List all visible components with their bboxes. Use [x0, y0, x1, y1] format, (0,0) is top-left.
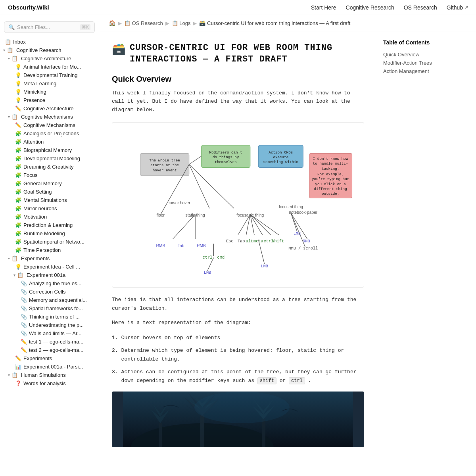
item-icon: 🧩 [15, 247, 21, 253]
item-label: Goal Setting [23, 189, 52, 195]
svg-text:you're typing but: you're typing but [312, 177, 349, 181]
item-label: Words for analysis [23, 380, 66, 386]
item-label: Mirror neurons [23, 205, 57, 211]
section-quick-overview-body: This week I finally focused on the comma… [112, 89, 364, 114]
sidebar-item-cognitive-mechanisms-doc[interactable]: ✏️Cognitive Mechanisms [0, 121, 99, 129]
nav-start-here[interactable]: Start Here [311, 4, 336, 11]
svg-line-22 [189, 156, 202, 164]
item-icon: 🧩 [15, 147, 21, 153]
sidebar-item-walls-and-limits[interactable]: 📎Walls and limits — Ar... [0, 329, 99, 338]
group-label: Experiments [21, 255, 50, 261]
toc-action-management[interactable]: Action Management [383, 67, 450, 75]
sidebar-group-cognitive-mechanisms-group[interactable]: ▾📋Cognitive Mechanisms [0, 113, 99, 121]
sidebar-item-experiment-idea-cell[interactable]: 💡Experiment Idea - Cell ... [0, 263, 99, 271]
group-label: Experiment 001a [27, 272, 65, 278]
external-link-icon: ↗ [464, 5, 468, 10]
toggle-arrow: ▾ [3, 48, 5, 52]
sidebar-item-animal-interface[interactable]: 💡Animal Interface for Mo... [0, 63, 99, 71]
sidebar-item-presence[interactable]: 💡Presence [0, 96, 99, 104]
sidebar-tree: 📋Inbox▾📋Cognitive Research▾📋Cognitive Ar… [0, 38, 99, 388]
main-area: 🏠 ▶ 📋 OS Research ▶ 📋 Logs ▶ 🗃️ Cursor-c… [99, 15, 476, 476]
svg-rect-64 [159, 423, 162, 447]
sidebar-item-spatiotemporal[interactable]: 🧩Spatiotemporal or Netwo... [0, 238, 99, 246]
sidebar-item-cognitive-architecture-doc[interactable]: ✏️Cognitive Architecture [0, 104, 99, 113]
svg-text:LMB: LMB [261, 264, 268, 269]
svg-line-41 [250, 214, 279, 234]
item-label: Walls and limits — Ar... [29, 330, 81, 336]
item-label: Focus [23, 172, 37, 178]
sidebar-item-goal-setting[interactable]: 🧩Goal Setting [0, 188, 99, 196]
toggle-arrow: ▾ [13, 273, 15, 277]
group-label: Cognitive Architecture [21, 56, 71, 61]
svg-line-57 [258, 240, 264, 264]
sidebar-group-experiments-group[interactable]: ▾📋Experiments [0, 254, 99, 263]
breadcrumb-os-research[interactable]: 📋 OS Research [124, 20, 163, 26]
search-input[interactable]: Search Files... [17, 24, 78, 30]
nav-github[interactable]: Github ↗ [447, 4, 468, 11]
svg-text:do things by: do things by [213, 155, 239, 159]
sidebar-item-time-perception[interactable]: 🧩Time Perseption [0, 246, 99, 254]
breadcrumb-current: 🗃️ Cursor-centric UI for web room thing … [199, 20, 350, 26]
sidebar-item-mental-simulations[interactable]: 🧩Mental Simulations [0, 196, 99, 204]
svg-text:RMB: RMB [156, 243, 165, 248]
sidebar-item-analogies-projections[interactable]: 🧩Analogies or Projections [0, 129, 99, 138]
top-nav: Obscurity.Wiki Start Here Cognitive Rese… [0, 0, 476, 15]
sidebar-item-correction-cells[interactable]: 📎Correction Cells [0, 288, 99, 296]
sidebar-item-developmental-modeling[interactable]: 🧩Developmental Modeling [0, 154, 99, 163]
sidebar-group-human-simulations[interactable]: ▾📋Human Simulations [0, 371, 99, 379]
sidebar-item-memory-sequential[interactable]: 📎Memory and sequential... [0, 296, 99, 304]
home-icon[interactable]: 🏠 [109, 20, 115, 26]
svg-line-23 [189, 164, 234, 208]
sidebar-item-analyzing-true-es[interactable]: 📎Analyzing the true es... [0, 279, 99, 288]
sidebar-group-cognitive-architecture[interactable]: ▾📋Cognitive Architecture [0, 54, 99, 63]
nav-cognitive-research[interactable]: Cognitive Research [346, 4, 394, 11]
sidebar-item-general-memory[interactable]: 🧩General Memory [0, 179, 99, 188]
sidebar-item-thinking-in-terms[interactable]: 📎Thinking in terms of ... [0, 313, 99, 321]
svg-text:tasking.: tasking. [322, 166, 339, 171]
sidebar-item-mirror-neurons[interactable]: 🧩Mirror neurons [0, 204, 99, 213]
item-label: Experiments [23, 355, 52, 361]
sidebar-item-motivation[interactable]: 🧩Motivation [0, 213, 99, 221]
item-label: General Memory [23, 180, 62, 186]
sidebar-item-test2[interactable]: ✏️test 2 — ego-cells-ma... [0, 346, 99, 354]
sidebar-item-biographical-memory[interactable]: 🧩Biographical Memory [0, 146, 99, 154]
item-icon: 💡 [15, 64, 21, 70]
sidebar-item-mimicking[interactable]: 💡Mimicking [0, 88, 99, 96]
sidebar-item-focus[interactable]: 🧩Focus [0, 171, 99, 179]
code-shift: shift [257, 377, 276, 384]
diagram-container: cursor hover The whole tree starts at th… [112, 122, 364, 288]
svg-text:Tab: Tab [238, 238, 245, 243]
sidebar-item-experiment-001a-parsing[interactable]: 📊Experiment 001a - Parsi... [0, 363, 99, 371]
nav-os-research[interactable]: OS Research [404, 4, 437, 11]
section-quick-overview-header: Quick Overview [112, 75, 364, 84]
toc-quick-overview[interactable]: Quick Overview [383, 50, 450, 59]
toggle-arrow: ▾ [8, 56, 10, 61]
sidebar-group-experiment-001a-group[interactable]: ▾📋Experiment 001a [0, 271, 99, 279]
sidebar-item-attention[interactable]: 🧩Attention [0, 138, 99, 146]
logo[interactable]: Obscurity.Wiki [8, 4, 49, 11]
svg-text:shift: shift [272, 238, 284, 243]
group-label: Cognitive Research [16, 47, 61, 53]
numbered-list: 1. Cursor hovers on top of elements 2. D… [112, 334, 364, 385]
sidebar-item-meta-learning[interactable]: 💡Meta Learning [0, 79, 99, 88]
sidebar-item-runtime-modeling[interactable]: 🧩Runtime Modeling [0, 229, 99, 238]
toc-modifier-action[interactable]: Modifier-Action Trees [383, 59, 450, 67]
sidebar-item-developmental-training[interactable]: 💡Developmental Training [0, 71, 99, 79]
sidebar-item-test1[interactable]: ✏️test 1 — ego-cells-ma... [0, 338, 99, 346]
sidebar-item-experiments-doc[interactable]: ✏️Experiments [0, 354, 99, 363]
tree-image-svg [112, 392, 364, 447]
item-label: Cognitive Mechanisms [23, 122, 75, 128]
content-main: 🗃️ CURSOR-CENTRIC UI FOR WEB ROOM THING … [99, 31, 377, 476]
sidebar-item-words-for-analysis[interactable]: ❓Words for analysis [0, 379, 99, 388]
item-icon: 📎 [21, 330, 27, 336]
search-bar[interactable]: 🔍 Search Files... ⌘K [4, 21, 95, 33]
sidebar-item-dreaming-creativity[interactable]: 🧩Dreaming & Creativity [0, 163, 99, 171]
sidebar-item-spatial-frameworks[interactable]: 📎Spatial frameworks fo... [0, 304, 99, 313]
sidebar-group-cognitive-research[interactable]: ▾📋Cognitive Research [0, 46, 99, 54]
sidebar-item-underestimating[interactable]: 📎Underestimating the p... [0, 321, 99, 329]
item-label: Motivation [23, 214, 47, 220]
breadcrumb-logs[interactable]: 📋 Logs [172, 20, 191, 26]
sidebar-item-prediction-learning[interactable]: 🧩Prediction & Learning [0, 221, 99, 229]
sidebar-item-inbox[interactable]: 📋Inbox [0, 38, 99, 46]
svg-text:focused thing: focused thing [279, 205, 303, 209]
